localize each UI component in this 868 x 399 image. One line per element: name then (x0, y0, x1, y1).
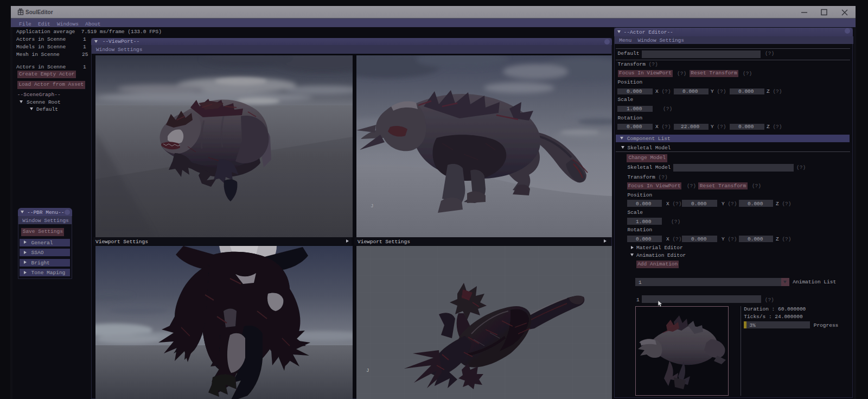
svg-text:J: J (371, 204, 373, 209)
svg-text:J: J (366, 368, 369, 373)
